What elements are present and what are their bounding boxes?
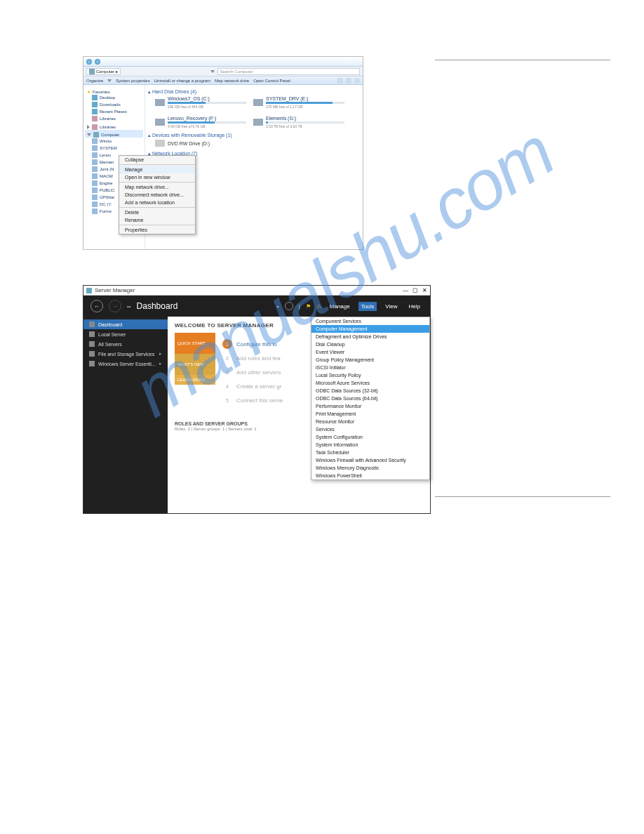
tools-dropdown: Component ServicesComputer ManagementDef… xyxy=(311,317,430,480)
warning-icon: ⚠ xyxy=(316,303,321,310)
tools-menu-item[interactable]: Resource Monitor xyxy=(311,418,429,425)
computer-icon xyxy=(89,69,95,74)
sidebar-item[interactable]: SYSTEM xyxy=(85,145,143,152)
close-button[interactable]: ✕ xyxy=(422,287,427,293)
libraries-icon xyxy=(92,116,98,121)
drive-icon xyxy=(92,159,98,165)
star-icon: ★ xyxy=(87,89,90,94)
context-menu-item[interactable]: Collapse xyxy=(119,156,195,164)
tools-menu-item[interactable]: Computer Management xyxy=(311,325,429,333)
tools-menu-item[interactable]: Microsoft Azure Services xyxy=(311,379,429,387)
dvd-drive[interactable]: DVD RW Drive (D:) xyxy=(155,140,246,147)
computer-section[interactable]: Computer xyxy=(85,130,143,138)
step-number: 5 xyxy=(222,395,232,405)
tools-menu-item[interactable]: ODBC Data Sources (32-bit) xyxy=(311,387,429,395)
header-title: Dashboard xyxy=(137,301,178,311)
tools-menu-item[interactable]: Services xyxy=(311,425,429,433)
drive[interactable]: SYSTEM_DRV (E:)170 MB free of 1.17 GB xyxy=(253,96,344,109)
tools-menu-item[interactable]: iSCSI Initiator xyxy=(311,364,429,371)
drive[interactable]: Windows7_OS (C:)236 GB free of 454 GB xyxy=(155,96,246,109)
preview-pane-icon[interactable] xyxy=(346,78,351,84)
tools-menu-item[interactable]: Component Services xyxy=(311,317,429,325)
libraries-section[interactable]: Libraries xyxy=(85,122,143,130)
desktop-icon xyxy=(92,95,98,100)
removable-group[interactable]: ▴ Devices with Removable Storage (1) xyxy=(148,131,360,140)
sidebar-item-libraries[interactable]: Libraries xyxy=(85,115,143,122)
forward-button[interactable]: → xyxy=(109,300,121,312)
expander-icon xyxy=(87,125,90,129)
chevron-right-icon: ▸ xyxy=(159,361,162,366)
tools-menu-item[interactable]: ODBC Data Sources (64-bit) xyxy=(311,395,429,402)
hdd-group[interactable]: ▴ Hard Disk Drives (4) xyxy=(148,88,360,96)
context-menu-item[interactable]: Map network drive... xyxy=(119,183,195,191)
nav-back-icon[interactable] xyxy=(86,59,92,65)
tools-menu-item[interactable]: Group Policy Management xyxy=(311,356,429,364)
tools-menu-item[interactable]: Task Scheduler xyxy=(311,449,429,456)
maximize-button[interactable]: ▢ xyxy=(412,287,418,293)
recent-icon xyxy=(92,109,98,114)
context-menu-item[interactable]: Properties xyxy=(119,226,195,234)
nav-item[interactable]: Local Server xyxy=(83,329,168,339)
manage-menu[interactable]: Manage xyxy=(327,302,353,311)
nav-icon xyxy=(89,322,95,327)
sidebar-item-downloads[interactable]: Downloads xyxy=(85,101,143,108)
nav-item[interactable]: File and Storage Services▸ xyxy=(83,349,168,359)
tools-menu-item[interactable]: Event Viewer xyxy=(311,348,429,356)
drive[interactable]: Lenovo_Recovery (F:)4.00 GB free of 9.76… xyxy=(155,116,246,128)
view-icon[interactable] xyxy=(337,78,343,84)
breadcrumb-computer[interactable]: Computer ▸ xyxy=(86,68,121,75)
quick-start-tile[interactable]: QUICK START xyxy=(175,333,215,354)
drive[interactable]: Elements (G:)3.53 TB free of 3.63 TB xyxy=(253,116,344,128)
context-menu-item[interactable]: Disconnect network drive... xyxy=(119,191,195,199)
system-properties-button[interactable]: System properties xyxy=(116,79,149,83)
nav-icon xyxy=(89,331,95,337)
learn-more-tile[interactable]: LEARN MORE xyxy=(175,375,215,385)
tools-menu-item[interactable]: Print Management xyxy=(311,410,429,418)
nav-item[interactable]: Windows Server Essenti...▸ xyxy=(83,359,168,369)
sidebar-item-desktop[interactable]: Desktop xyxy=(85,94,143,101)
tools-menu[interactable]: Tools xyxy=(358,302,377,311)
nav-item[interactable]: Dashboard xyxy=(83,319,168,329)
whats-new-tile[interactable]: WHAT'S NEW xyxy=(175,354,215,375)
tools-menu-item[interactable]: System Information xyxy=(311,441,429,449)
refresh-icon[interactable] xyxy=(285,302,293,310)
minimize-button[interactable]: — xyxy=(403,287,408,293)
sidebar-item-recent[interactable]: Recent Places xyxy=(85,108,143,115)
tools-menu-item[interactable]: Windows PowerShell xyxy=(311,472,429,479)
flag-icon[interactable]: ⚑ xyxy=(306,303,311,310)
context-menu-item[interactable]: Add a network location xyxy=(119,199,195,206)
help-menu[interactable]: Help xyxy=(406,302,423,311)
context-menu-item[interactable]: Delete xyxy=(119,208,195,216)
back-button[interactable]: ← xyxy=(90,300,103,312)
tools-menu-item[interactable]: Windows Memory Diagnostic xyxy=(311,464,429,472)
libraries-icon xyxy=(92,124,98,130)
tools-menu-item[interactable]: Defragment and Optimize Drives xyxy=(311,333,429,340)
help-icon[interactable] xyxy=(354,78,360,84)
sidebar-item[interactable]: Windo xyxy=(85,138,143,145)
tools-menu-item[interactable]: System Configuration xyxy=(311,433,429,441)
search-input[interactable]: Search Computer xyxy=(217,68,360,75)
tools-menu-item[interactable]: Local Security Policy xyxy=(311,371,429,379)
drive-icon xyxy=(92,187,98,193)
tools-menu-item[interactable]: Windows Firewall with Advanced Security xyxy=(311,456,429,464)
context-menu-item[interactable]: Open in new window xyxy=(119,173,195,181)
drive-icon xyxy=(92,180,98,186)
nav-forward-icon[interactable] xyxy=(95,59,100,65)
expander-icon xyxy=(87,133,91,136)
tools-menu-item[interactable]: Performance Monitor xyxy=(311,402,429,410)
context-menu-item[interactable]: Manage xyxy=(119,166,195,173)
drive-icon xyxy=(92,166,98,172)
explorer-toolbar: Organize System properties Uninstall or … xyxy=(83,77,363,85)
view-menu[interactable]: View xyxy=(382,302,400,311)
computer-icon xyxy=(93,132,99,138)
drive-icon xyxy=(92,145,98,151)
dropdown-icon[interactable] xyxy=(210,70,215,73)
uninstall-button[interactable]: Uninstall or change a program xyxy=(154,79,210,83)
map-drive-button[interactable]: Map network drive xyxy=(215,79,249,83)
favorites-section[interactable]: ★Favorites xyxy=(85,87,143,94)
nav-item[interactable]: All Servers xyxy=(83,339,168,349)
control-panel-button[interactable]: Open Control Panel xyxy=(253,79,290,83)
context-menu-item[interactable]: Rename xyxy=(119,216,195,224)
tools-menu-item[interactable]: Disk Cleanup xyxy=(311,340,429,348)
organize-button[interactable]: Organize xyxy=(86,79,103,83)
